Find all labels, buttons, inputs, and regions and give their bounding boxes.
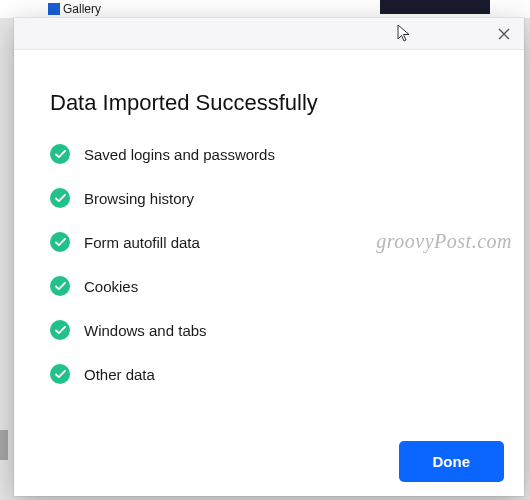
- check-icon: [50, 188, 70, 208]
- check-icon: [50, 364, 70, 384]
- gallery-icon: [48, 3, 60, 15]
- background-scrollbar-thumb: [0, 430, 8, 460]
- list-item: Browsing history: [50, 188, 488, 208]
- dialog-header: [14, 18, 524, 50]
- item-label: Browsing history: [84, 190, 194, 207]
- check-icon: [50, 232, 70, 252]
- item-label: Other data: [84, 366, 155, 383]
- dialog-title: Data Imported Successfully: [50, 90, 488, 116]
- gallery-label: Gallery: [63, 2, 101, 16]
- list-item: Other data: [50, 364, 488, 384]
- background-dark-strip: [380, 0, 490, 14]
- background-gallery-item: Gallery: [48, 2, 101, 16]
- check-icon: [50, 276, 70, 296]
- item-label: Saved logins and passwords: [84, 146, 275, 163]
- item-label: Form autofill data: [84, 234, 200, 251]
- list-item: Saved logins and passwords: [50, 144, 488, 164]
- list-item: Cookies: [50, 276, 488, 296]
- close-button[interactable]: [494, 24, 514, 44]
- imported-items-list: Saved logins and passwords Browsing hist…: [50, 144, 488, 384]
- item-label: Cookies: [84, 278, 138, 295]
- close-icon: [498, 28, 510, 40]
- done-button[interactable]: Done: [399, 441, 505, 482]
- item-label: Windows and tabs: [84, 322, 207, 339]
- dialog-body: Data Imported Successfully Saved logins …: [14, 50, 524, 384]
- list-item: Form autofill data: [50, 232, 488, 252]
- check-icon: [50, 320, 70, 340]
- background-window-strip: Gallery: [0, 0, 530, 18]
- list-item: Windows and tabs: [50, 320, 488, 340]
- dialog-footer: Done: [399, 441, 505, 482]
- import-success-dialog: Data Imported Successfully Saved logins …: [14, 18, 524, 496]
- check-icon: [50, 144, 70, 164]
